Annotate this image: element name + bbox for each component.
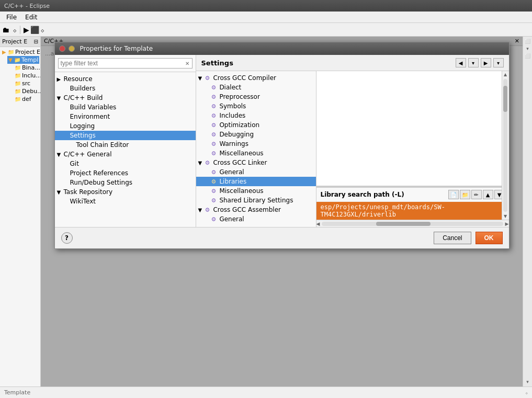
- v-scroll-track[interactable]: [503, 79, 507, 212]
- ltree-git[interactable]: Git: [55, 159, 196, 168]
- ltree-project-refs[interactable]: Project References: [55, 168, 196, 178]
- menu-file[interactable]: File: [2, 13, 21, 22]
- filter-input[interactable]: [61, 60, 177, 67]
- rtree-cross-gcc-compiler[interactable]: ▼ ⚙ Cross GCC Compiler: [196, 73, 316, 83]
- nav-dropdown-btn[interactable]: ▾: [468, 58, 479, 67]
- dialog-close-btn[interactable]: [59, 46, 65, 52]
- v-scroll-down-arrow[interactable]: ▼: [503, 213, 508, 220]
- ltree-build-vars[interactable]: Build Variables: [55, 103, 196, 112]
- lib-add-file-btn[interactable]: 📄: [448, 190, 459, 199]
- sidebar-item-debu[interactable]: 📁 Debu...: [14, 87, 39, 95]
- ltree-logging[interactable]: Logging: [55, 121, 196, 131]
- rtree-misc-gcc[interactable]: ⚙ Miscellaneous: [196, 149, 316, 158]
- rtree-optimization[interactable]: ⚙ Optimization: [196, 120, 316, 130]
- ok-button[interactable]: OK: [476, 232, 503, 244]
- ltree-environment[interactable]: Environment: [55, 112, 196, 121]
- rtree-shared-library[interactable]: ⚙ Shared Library Settings: [196, 196, 316, 205]
- folder-icon-debu: 📁: [15, 88, 21, 94]
- sidebar-item-def[interactable]: 📁 def: [14, 95, 39, 103]
- sidebar-item-inclu[interactable]: 📁 Inclu...: [14, 72, 39, 79]
- ltree-task-repo[interactable]: ▼ Task Repository: [55, 187, 196, 197]
- left-tree: ▶ Resource Builders ▼: [55, 72, 196, 227]
- properties-dialog: Properties for Template ✕: [54, 42, 510, 249]
- ltree-resource-label: Resource: [64, 75, 93, 83]
- rtree-warn-label: Warnings: [219, 140, 248, 147]
- help-button[interactable]: ?: [61, 232, 73, 244]
- right-panel-icon-3[interactable]: ⬜: [525, 53, 530, 59]
- v-scroll-up-arrow[interactable]: ▲: [503, 71, 508, 78]
- v-scrollbar[interactable]: ▲ ▼: [502, 71, 509, 220]
- ltree-wikitext[interactable]: WikiText: [55, 197, 196, 206]
- lib-path-row[interactable]: esp/Projects/unesp_mdt/boards/SW-TM4C123…: [316, 202, 509, 220]
- ltree-settings[interactable]: Settings: [55, 131, 196, 140]
- ltree-builders[interactable]: Builders: [55, 84, 196, 93]
- sidebar-inclu-label: Inclu...: [22, 72, 40, 79]
- nav-forward-btn[interactable]: ▶: [481, 58, 491, 67]
- sidebar-item-src[interactable]: 📁 src: [14, 79, 39, 87]
- nav-back-btn[interactable]: ◀: [456, 58, 466, 67]
- toolbar-icon-2: ⬦: [13, 26, 17, 34]
- h-scroll-left-arrow[interactable]: ◀: [316, 221, 320, 226]
- rtree-includes[interactable]: ⚙ Includes: [196, 111, 316, 120]
- gear-icon-misclinker: ⚙: [211, 188, 217, 195]
- h-scrollbar[interactable]: ◀ ▶: [316, 220, 509, 227]
- folder-icon-src: 📁: [15, 81, 21, 86]
- sidebar-src-label: src: [22, 80, 30, 87]
- settings-top-area: [316, 71, 509, 186]
- ltree-taskrepo-label: Task Repository: [64, 188, 113, 196]
- right-panel-icon-2[interactable]: ▾: [526, 46, 529, 51]
- gear-icon-assemblergen: ⚙: [211, 216, 217, 223]
- rtree-debugging[interactable]: ⚙ Debugging: [196, 130, 316, 139]
- dialog-min-btn[interactable]: [69, 46, 75, 52]
- right-panel-icon-1[interactable]: ⬜: [525, 39, 530, 44]
- gear-icon-crossgcc: ⚙: [205, 75, 210, 82]
- sidebar-item-templ[interactable]: ▼ 📁 Templ: [7, 56, 39, 64]
- rtree-cross-gcc-linker[interactable]: ▼ ⚙ Cross GCC Linker: [196, 158, 316, 167]
- h-scroll-thumb[interactable]: [376, 222, 431, 226]
- ltree-ccpp-build[interactable]: ▼ C/C++ Build: [55, 93, 196, 103]
- rtree-assembler-general[interactable]: ⚙ General: [196, 214, 316, 224]
- h-scroll-track[interactable]: [322, 222, 503, 226]
- ltree-run-debug[interactable]: Run/Debug Settings: [55, 178, 196, 187]
- status-text: Template: [4, 389, 30, 396]
- gear-icon-dialect: ⚙: [211, 84, 217, 91]
- gear-icon-linker: ⚙: [205, 160, 210, 166]
- rtree-dialect[interactable]: ⚙ Dialect: [196, 83, 316, 92]
- rtree-cross-gcc-assembler[interactable]: ▼ ⚙ Cross GCC Assembler: [196, 205, 316, 214]
- lib-add-folder-btn[interactable]: 📁: [460, 190, 470, 199]
- h-scroll-right-arrow[interactable]: ▶: [505, 221, 509, 226]
- rtree-preprocessor[interactable]: ⚙ Preprocessor: [196, 92, 316, 101]
- rtree-libraries[interactable]: ⚙ Libraries: [196, 177, 316, 186]
- dialog-right-panel: Settings ◀ ▾ ▶ ▾: [196, 55, 509, 227]
- filter-clear-icon[interactable]: ✕: [185, 61, 189, 66]
- right-edge-panel: ⬜ ▾ ⬜ ▾: [523, 37, 532, 386]
- sidebar-icon-minimize[interactable]: ⊟: [34, 39, 38, 44]
- ltree-resource[interactable]: ▶ Resource: [55, 74, 196, 84]
- ltree-ccpp-general[interactable]: ▼ C/C++ General: [55, 150, 196, 159]
- gear-icon-linkergen: ⚙: [211, 169, 217, 176]
- sidebar-item-bina[interactable]: 📁 Bina...: [14, 64, 39, 72]
- lib-edit-btn[interactable]: ✏: [471, 190, 482, 199]
- expand-resource-icon: ▶: [57, 76, 62, 82]
- rtree-warnings[interactable]: ⚙ Warnings: [196, 139, 316, 149]
- sidebar-header: Project E ⊟: [0, 37, 40, 47]
- rtree-linker-general[interactable]: ⚙ General: [196, 167, 316, 177]
- sidebar-item-project[interactable]: ▶ 📁 Project E: [1, 48, 39, 56]
- rtree-misc-linker[interactable]: ⚙ Miscellaneous: [196, 186, 316, 196]
- ltree-toolchain[interactable]: Tool Chain Editor: [55, 140, 196, 150]
- filter-box: ✕: [55, 55, 196, 72]
- cancel-button[interactable]: Cancel: [434, 232, 471, 244]
- nav-more-btn[interactable]: ▾: [493, 58, 504, 67]
- ltree-git-label: Git: [70, 160, 79, 167]
- sidebar-templ-label: Templ: [21, 56, 38, 63]
- expand-assembler-icon: ▼: [198, 207, 203, 213]
- right-panel-icon-4[interactable]: ▾: [526, 379, 529, 384]
- lib-up-btn[interactable]: ▲: [483, 190, 493, 199]
- rtree-symbols[interactable]: ⚙ Symbols: [196, 101, 316, 111]
- menu-edit[interactable]: Edit: [21, 13, 41, 22]
- v-scroll-thumb[interactable]: [503, 86, 507, 112]
- expand-taskrepo-icon: ▼: [57, 189, 62, 195]
- folder-icon-bina: 📁: [15, 65, 21, 71]
- ltree-ccpp-label: C/C++ Build: [64, 94, 103, 101]
- rtree-includes-label: Includes: [219, 112, 245, 119]
